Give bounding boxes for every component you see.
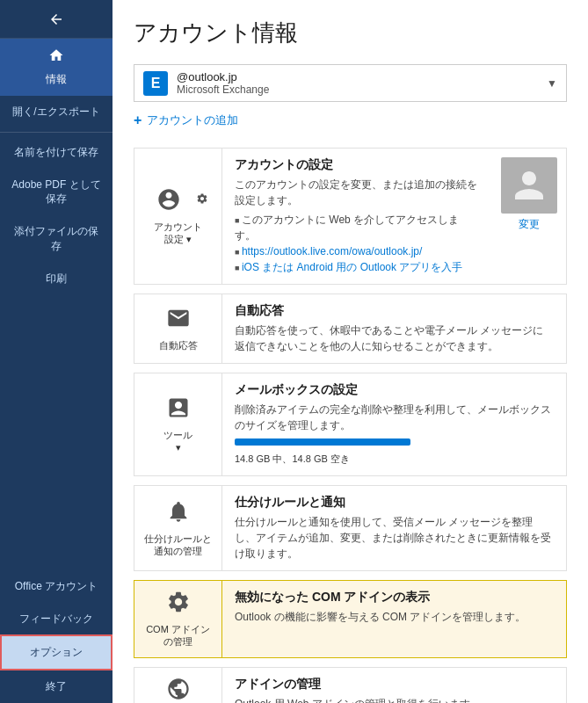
exchange-icon: E — [143, 71, 168, 96]
auto-reply-title: 自動応答 — [235, 303, 554, 319]
rules-title: 仕分けルールと通知 — [235, 495, 554, 511]
sidebar-item-save-pdf[interactable]: Adobe PDF として保存 — [0, 169, 113, 216]
auto-reply-desc: 自動応答を使って、休暇中であることや電子メール メッセージに返信できないことを他… — [235, 323, 554, 354]
sidebar-label-office-account: Office アカウント — [15, 579, 98, 594]
sidebar-item-save-attach[interactable]: 添付ファイルの保存 — [0, 215, 113, 263]
sidebar-label-print: 印刷 — [46, 272, 67, 286]
account-settings-content: アカウントの設定 このアカウントの設定を変更、または追加の接続を設定します。 こ… — [222, 149, 492, 284]
com-addins-card: COM アドインの管理 無効になった COM アドインの表示 Outlook の… — [134, 580, 567, 658]
account-settings-icon-label: アカウント設定 ▾ — [154, 221, 202, 246]
plus-icon: + — [134, 112, 142, 128]
avatar-area: 変更 — [492, 149, 566, 284]
account-settings-desc: このアカウントの設定を変更、または追加の接続を設定します。 このアカウントに W… — [235, 177, 480, 275]
sidebar: 情報 開く/エクスポート 名前を付けて保存 Adobe PDF として保存 添付… — [0, 0, 113, 703]
account-settings-title: アカウントの設定 — [235, 157, 480, 173]
sidebar-item-open-export[interactable]: 開く/エクスポート — [0, 96, 113, 128]
com-addins-icon — [166, 590, 191, 620]
addins-management-title: アドインの管理 — [235, 677, 554, 692]
sidebar-item-info[interactable]: 情報 — [0, 39, 113, 96]
rules-icon-area[interactable]: 仕分けルールと通知の管理 — [134, 486, 222, 570]
sidebar-item-office-account[interactable]: Office アカウント — [0, 570, 113, 603]
mailbox-progress-fill — [235, 438, 410, 446]
rules-icon-label: 仕分けルールと通知の管理 — [144, 533, 212, 558]
mailbox-progress-label: 14.8 GB 中、14.8 GB 空き — [235, 453, 350, 464]
rules-content: 仕分けルールと通知 仕分けルールと通知を使用して、受信メール メッセージを整理し… — [222, 486, 566, 570]
avatar — [501, 157, 557, 214]
sidebar-item-print[interactable]: 印刷 — [0, 263, 113, 295]
com-addins-icon-area[interactable]: COM アドインの管理 — [134, 581, 222, 657]
account-selector[interactable]: E @outlook.jp Microsoft Exchange ▼ — [134, 64, 567, 102]
page-title: アカウント情報 — [134, 18, 567, 48]
add-account-label: アカウントの追加 — [147, 112, 238, 128]
account-settings-icon-area[interactable]: アカウント設定 ▾ — [134, 149, 222, 284]
sidebar-label-exit: 終了 — [46, 679, 67, 694]
account-settings-card: アカウント設定 ▾ アカウントの設定 このアカウントの設定を変更、または追加の接… — [134, 148, 567, 285]
account-email: @outlook.jp — [177, 70, 547, 83]
sidebar-item-save-as[interactable]: 名前を付けて保存 — [0, 136, 113, 169]
main-content: アカウント情報 E @outlook.jp Microsoft Exchange… — [113, 0, 588, 703]
sidebar-label-feedback: フィードバック — [19, 612, 93, 627]
rules-icon — [166, 499, 191, 529]
account-info: @outlook.jp Microsoft Exchange — [177, 70, 547, 96]
auto-reply-content: 自動応答 自動応答を使って、休暇中であることや電子メール メッセージに返信できな… — [222, 294, 566, 363]
mailbox-title: メールボックスの設定 — [235, 382, 554, 398]
sidebar-item-exit[interactable]: 終了 — [0, 670, 113, 703]
addins-management-icon-area[interactable]: アドインの管理 — [134, 668, 222, 703]
sidebar-label-save-pdf: Adobe PDF として保存 — [11, 178, 102, 207]
addins-management-content: アドインの管理 Outlook 用 Web アドインの管理と取得を行います。 — [222, 668, 566, 703]
account-type: Microsoft Exchange — [177, 83, 547, 96]
sidebar-label-open-export: 開く/エクスポート — [12, 105, 99, 120]
mobile-app-link[interactable]: iOS または Android 用の Outlook アプリを入手 — [242, 261, 462, 273]
sidebar-label-options: オプション — [30, 645, 83, 660]
mailbox-content: メールボックスの設定 削除済みアイテムの完全な削除や整理を利用して、メールボック… — [222, 373, 566, 475]
gear-person-icon — [156, 187, 199, 217]
addins-management-icon — [166, 677, 191, 703]
auto-reply-card: 自動応答 自動応答 自動応答を使って、休暇中であることや電子メール メッセージに… — [134, 294, 567, 364]
com-addins-desc: Outlook の機能に影響を与える COM アドインを管理します。 — [235, 609, 554, 625]
home-icon — [48, 47, 64, 69]
auto-reply-icon-label: 自動応答 — [159, 339, 198, 352]
sidebar-label-info: 情報 — [46, 72, 67, 87]
mailbox-progress-bar — [235, 438, 410, 446]
mailbox-settings-card: ツール▾ メールボックスの設定 削除済みアイテムの完全な削除や整理を利用して、メ… — [134, 373, 567, 476]
avatar-change-button[interactable]: 変更 — [519, 217, 540, 232]
com-addins-title: 無効になった COM アドインの表示 — [235, 590, 554, 605]
com-addins-content: 無効になった COM アドインの表示 Outlook の機能に影響を与える CO… — [222, 581, 566, 657]
add-account-button[interactable]: + アカウントの追加 — [134, 109, 567, 132]
mailbox-icon — [166, 395, 191, 425]
mailbox-icon-label: ツール▾ — [163, 429, 192, 454]
dropdown-arrow-icon: ▼ — [547, 77, 557, 90]
sidebar-item-options[interactable]: オプション — [0, 634, 113, 670]
addins-management-card: アドインの管理 アドインの管理 Outlook 用 Web アドインの管理と取得… — [134, 667, 567, 703]
sidebar-label-save-attach: 添付ファイルの保存 — [11, 224, 102, 254]
mailbox-desc: 削除済みアイテムの完全な削除や整理を利用して、メールボックスのサイズを管理します… — [235, 402, 554, 467]
mailbox-icon-area[interactable]: ツール▾ — [134, 373, 222, 475]
addins-management-desc: Outlook 用 Web アドインの管理と取得を行います。 — [235, 696, 554, 703]
sidebar-item-feedback[interactable]: フィードバック — [0, 603, 113, 635]
back-button[interactable] — [0, 0, 113, 39]
auto-reply-icon-area[interactable]: 自動応答 — [134, 294, 222, 363]
auto-reply-icon — [166, 306, 191, 336]
sidebar-label-save-as: 名前を付けて保存 — [14, 145, 98, 160]
com-addins-icon-label: COM アドインの管理 — [146, 623, 210, 649]
rules-card: 仕分けルールと通知の管理 仕分けルールと通知 仕分けルールと通知を使用して、受信… — [134, 485, 567, 571]
outlook-web-link[interactable]: https://outlook.live.com/owa/outlook.jp/ — [242, 245, 422, 257]
rules-desc: 仕分けルールと通知を使用して、受信メール メッセージを整理し、アイテムが追加、変… — [235, 514, 554, 562]
